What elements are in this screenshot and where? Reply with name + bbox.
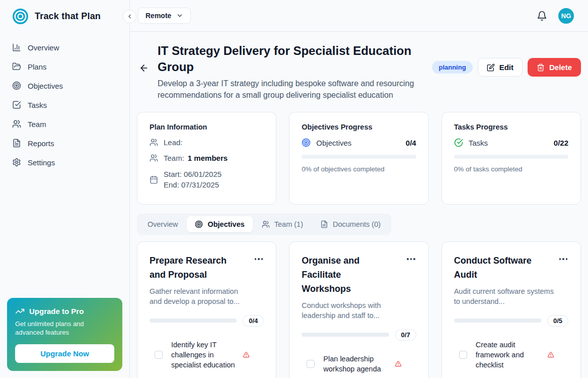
objectives-caption: 0% of objectives completed: [302, 165, 416, 173]
check-square-icon: [12, 100, 21, 109]
sidebar-item-label: Objectives: [28, 82, 63, 90]
sidebar-item-label: Tasks: [28, 101, 47, 109]
team-count: 1 members: [188, 154, 228, 162]
file-icon: [320, 220, 328, 228]
objective-description: Gather relevant information and develop …: [150, 286, 250, 307]
tab-label: Documents (0): [333, 220, 381, 228]
objectives-progress-card: Objectives Progress Objectives 0/4 0% of…: [289, 112, 428, 205]
users-icon: [150, 138, 158, 147]
edit-button[interactable]: Edit: [478, 58, 523, 77]
gear-icon: [12, 158, 21, 167]
objective-title: Conduct Software Audit: [454, 254, 545, 282]
objective-fraction-badge: 0/5: [547, 315, 568, 327]
bar-chart-icon: [12, 43, 21, 52]
plan-header: IT Strategy Delivery for Specialist Educ…: [137, 43, 581, 101]
task-checkbox[interactable]: [155, 351, 163, 359]
plan-title: IT Strategy Delivery for Specialist Educ…: [158, 43, 429, 75]
objective-description: Audit current software systems to unders…: [454, 286, 555, 307]
sidebar-item-objectives[interactable]: Objectives: [0, 77, 129, 94]
trending-up-icon: [15, 306, 25, 316]
target-icon: [302, 138, 311, 147]
app-title: Track that Plan: [35, 11, 101, 22]
target-icon: [195, 220, 203, 228]
sidebar-item-label: Settings: [28, 158, 55, 167]
more-menu-button[interactable]: [406, 254, 416, 264]
sidebar-item-settings[interactable]: Settings: [0, 154, 129, 171]
task-row: Identify key IT challenges in specialist…: [155, 340, 264, 370]
task-text: Create audit framework and checklist: [476, 340, 540, 370]
task-checkbox[interactable]: [459, 351, 467, 359]
folder-icon: [12, 62, 21, 71]
task-text: Plan leadership workshop agenda: [323, 354, 388, 374]
users-icon: [12, 119, 21, 129]
objective-card: Organise and Facilitate Workshops Conduc…: [289, 241, 428, 378]
task-checkbox[interactable]: [307, 360, 315, 368]
objective-progress-bar: [150, 319, 237, 323]
sidebar-item-overview[interactable]: Overview: [0, 39, 129, 56]
arrow-left-icon: [139, 63, 149, 73]
workspace-selector[interactable]: Remote: [138, 8, 191, 24]
plan-information-card: Plan Information Lead: Team: 1 members S…: [137, 112, 276, 205]
edit-button-label: Edit: [499, 63, 513, 72]
tasks-progress-bar: [454, 155, 568, 159]
user-avatar[interactable]: NG: [558, 8, 574, 24]
tasks-label: Tasks: [469, 139, 488, 147]
sidebar-item-plans[interactable]: Plans: [0, 58, 129, 75]
sidebar-collapse-button[interactable]: [123, 10, 136, 23]
lead-label: Lead:: [164, 138, 183, 147]
plan-description: Develop a 3-year IT strategy including b…: [158, 78, 429, 101]
card-title: Objectives Progress: [302, 123, 416, 131]
sidebar-nav: Overview Plans Objectives Tasks Team Rep…: [0, 32, 129, 291]
trash-icon: [537, 64, 545, 72]
warning-icon: [547, 351, 554, 358]
sidebar-item-team[interactable]: Team: [0, 115, 129, 133]
upgrade-now-button[interactable]: Upgrade Now: [15, 344, 114, 363]
warning-icon: [243, 351, 250, 358]
objective-description: Conduct workshops with leadership and st…: [302, 300, 402, 321]
objective-card: Conduct Software Audit Audit current sof…: [442, 241, 581, 378]
sidebar-item-tasks[interactable]: Tasks: [0, 96, 129, 113]
objective-progress-bar: [454, 319, 541, 323]
delete-button[interactable]: Delete: [528, 58, 581, 77]
chevron-down-icon: [176, 12, 183, 19]
objectives-progress-bar: [302, 155, 416, 159]
tab-label: Objectives: [207, 220, 244, 228]
chevron-left-icon: [126, 13, 133, 20]
more-menu-button[interactable]: [254, 254, 264, 264]
sidebar-item-label: Plans: [28, 62, 47, 71]
objective-title: Prepare Research and Proposal: [150, 254, 240, 282]
task-row: Plan leadership workshop agenda: [307, 354, 416, 374]
task-text: Identify key IT challenges in specialist…: [171, 340, 236, 370]
users-icon: [150, 154, 158, 162]
sidebar-item-reports[interactable]: Reports: [0, 135, 129, 152]
task-row: Create audit framework and checklist: [459, 340, 568, 370]
lead-row: Lead:: [150, 138, 264, 147]
tab-label: Overview: [148, 220, 178, 228]
tasks-fraction: 0/22: [554, 139, 568, 147]
bell-icon: [537, 11, 547, 21]
plan-detail-page: IT Strategy Delivery for Specialist Educ…: [130, 32, 588, 378]
objective-title: Organise and Facilitate Workshops: [302, 254, 392, 296]
app-logo-row: Track that Plan: [0, 0, 129, 32]
tab-label: Team (1): [274, 220, 303, 228]
tab-team[interactable]: Team (1): [254, 216, 311, 232]
back-button[interactable]: [139, 63, 149, 73]
users-icon: [262, 220, 270, 228]
sidebar: Track that Plan Overview Plans Objective…: [0, 0, 130, 378]
upgrade-title: Upgrade to Pro: [29, 307, 84, 316]
edit-pencil-icon: [487, 64, 495, 72]
tab-objectives[interactable]: Objectives: [187, 216, 252, 232]
tab-documents[interactable]: Documents (0): [312, 216, 389, 232]
start-date: Start: 06/01/2025: [164, 170, 222, 178]
objective-progress-bar: [302, 333, 389, 337]
objective-card: Prepare Research and Proposal Gather rel…: [137, 241, 276, 378]
card-title: Tasks Progress: [454, 123, 568, 131]
status-badge: planning: [432, 61, 472, 74]
more-menu-button[interactable]: [558, 254, 569, 264]
calendar-icon: [150, 175, 158, 184]
topbar: Remote NG: [130, 0, 588, 32]
file-text-icon: [12, 139, 21, 148]
notifications-button[interactable]: [537, 11, 547, 21]
objectives-grid: Prepare Research and Proposal Gather rel…: [137, 241, 581, 378]
tab-overview[interactable]: Overview: [139, 216, 186, 232]
